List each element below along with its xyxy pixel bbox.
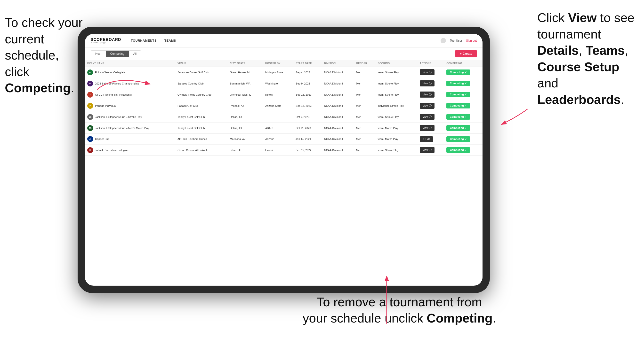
event-name-text-6: Copper Cup (95, 138, 109, 141)
table-row: A Copper Cup Ak-Chin Southern Dunes Mari… (85, 134, 482, 145)
ann-bottom2: your schedule unclick (302, 311, 427, 325)
cell-hosted-1: Washington (263, 78, 293, 89)
annotation-competing-bold: Competing (5, 81, 71, 95)
cell-division-3: NCAA Division I (322, 100, 354, 111)
edit-button-6[interactable]: ✏ Edit (420, 136, 433, 142)
table-header-row: EVENT NAME VENUE CITY, STATE HOSTED BY S… (85, 60, 482, 67)
nav-teams[interactable]: TEAMS (164, 39, 176, 42)
ann-comma1: , (579, 43, 586, 57)
cell-scoring-7: team, Stroke Play (375, 145, 417, 156)
view-button-3[interactable]: View ⓘ (420, 103, 435, 109)
cell-gender-1: Men (354, 78, 375, 89)
user-avatar-icon (440, 38, 446, 43)
team-logo-2: I (87, 92, 93, 98)
cell-hosted-7: Hawaii (263, 145, 293, 156)
cell-city-7: Lihue, HI (228, 145, 263, 156)
competing-button-7[interactable]: Competing ✓ (446, 147, 470, 153)
ann-view-bold: View (568, 11, 597, 25)
cell-date-4: Oct 9, 2023 (293, 111, 322, 123)
table-row: I OFCC Fighting Illini Invitational Olym… (85, 89, 482, 100)
ann-tosee: to see (597, 11, 634, 25)
signout-link[interactable]: Sign out (466, 39, 477, 42)
competing-button-4[interactable]: Competing ✓ (446, 114, 470, 120)
ann-punct2: . (621, 93, 624, 107)
cell-event-name-0: M Folds of Honor Collegiate (85, 67, 175, 78)
view-button-5[interactable]: View ⓘ (420, 125, 435, 131)
view-button-2[interactable]: View ⓘ (420, 92, 435, 98)
ann-click: Click (537, 11, 568, 25)
cell-event-name-6: A Copper Cup (85, 134, 175, 145)
app-header: SCOREBOARD Powered by clipp TOURNAMENTS … (85, 34, 482, 47)
cell-division-1: NCAA Division I (322, 78, 354, 89)
cell-scoring-0: team, Stroke Play (375, 67, 417, 78)
team-logo-7: H (87, 147, 93, 153)
cell-hosted-4 (263, 111, 293, 123)
ann-bottom-punct: . (492, 311, 496, 325)
cell-venue-0: American Dunes Golf Club (175, 67, 228, 78)
cell-actions-2: View ⓘ (417, 89, 444, 100)
sub-header: Host Competing All + Create (85, 47, 482, 60)
cell-event-name-1: W 2023 Sahalee Players Championship (85, 78, 175, 89)
view-button-1[interactable]: View ⓘ (420, 80, 435, 86)
annotation-line2: current schedule, (5, 32, 59, 62)
cell-venue-3: Papago Golf Club (175, 100, 228, 111)
cell-date-7: Feb 15, 2024 (293, 145, 322, 156)
ann-details-bold: Details (537, 43, 579, 57)
competing-button-6[interactable]: Competing ✓ (446, 136, 470, 142)
view-button-4[interactable]: View ⓘ (420, 114, 435, 120)
create-button[interactable]: + Create (455, 50, 477, 57)
nav-tournaments[interactable]: TOURNAMENTS (131, 39, 157, 42)
cell-competing-7: Competing ✓ (444, 145, 482, 156)
cell-date-0: Sep 4, 2023 (293, 67, 322, 78)
competing-button-3[interactable]: Competing ✓ (446, 103, 470, 109)
cell-scoring-2: team, Stroke Play (375, 89, 417, 100)
tab-competing[interactable]: Competing (106, 51, 129, 57)
event-name-text-5: Jackson T. Stephens Cup – Men's Match Pl… (95, 127, 149, 130)
cell-event-name-2: I OFCC Fighting Illini Invitational (85, 89, 175, 100)
competing-button-0[interactable]: Competing ✓ (446, 69, 470, 75)
scoreboard-logo: SCOREBOARD Powered by clipp (91, 38, 121, 44)
ann-bottom1: To remove a tournament from (317, 295, 482, 309)
cell-event-name-5: JS Jackson T. Stephens Cup – Men's Match… (85, 123, 175, 134)
col-actions: ACTIONS (417, 60, 444, 67)
view-button-0[interactable]: View ⓘ (420, 69, 435, 75)
team-logo-3: P (87, 103, 93, 109)
cell-scoring-1: team, Stroke Play (375, 78, 417, 89)
cell-division-2: NCAA Division I (322, 89, 354, 100)
tab-host[interactable]: Host (91, 51, 106, 57)
competing-button-5[interactable]: Competing ✓ (446, 125, 470, 131)
cell-gender-2: Men (354, 89, 375, 100)
header-right: Test User Sign out (440, 38, 477, 43)
tab-all[interactable]: All (129, 51, 141, 57)
col-venue: VENUE (175, 60, 228, 67)
event-name-text-7: John A. Burns Intercollegiate (95, 149, 129, 152)
table-row: P Papago Individual Papago Golf Club Pho… (85, 100, 482, 111)
col-event-name: EVENT NAME (85, 60, 175, 67)
competing-button-2[interactable]: Competing ✓ (446, 92, 470, 97)
cell-actions-4: View ⓘ (417, 111, 444, 123)
cell-actions-5: View ⓘ (417, 123, 444, 134)
annotation-bottom: To remove a tournament from your schedul… (302, 294, 496, 327)
col-gender: GENDER (354, 60, 375, 67)
competing-button-1[interactable]: Competing ✓ (446, 81, 470, 86)
main-nav: TOURNAMENTS TEAMS (131, 39, 176, 42)
cell-event-name-4: JS Jackson T. Stephens Cup – Stroke Play (85, 111, 175, 123)
team-logo-5: JS (87, 125, 93, 131)
cell-city-4: Dallas, TX (228, 111, 263, 123)
cell-competing-3: Competing ✓ (444, 100, 482, 111)
cell-venue-6: Ak-Chin Southern Dunes (175, 134, 228, 145)
cell-city-2: Olympia Fields, IL (228, 89, 263, 100)
cell-competing-2: Competing ✓ (444, 89, 482, 100)
ann-bottom-competing: Competing (427, 311, 493, 325)
cell-actions-1: View ⓘ (417, 78, 444, 89)
cell-division-7: NCAA Division I (322, 145, 354, 156)
cell-hosted-3: Arizona State (263, 100, 293, 111)
cell-date-5: Oct 11, 2023 (293, 123, 322, 134)
event-name-text-3: Papago Individual (95, 104, 116, 107)
cell-competing-0: Competing ✓ (444, 67, 482, 78)
cell-event-name-3: P Papago Individual (85, 100, 175, 111)
view-button-7[interactable]: View ⓘ (420, 147, 435, 153)
ann-teams-bold: Teams (586, 43, 624, 57)
cell-gender-7: Men (354, 145, 375, 156)
table-row: JS Jackson T. Stephens Cup – Stroke Play… (85, 111, 482, 123)
